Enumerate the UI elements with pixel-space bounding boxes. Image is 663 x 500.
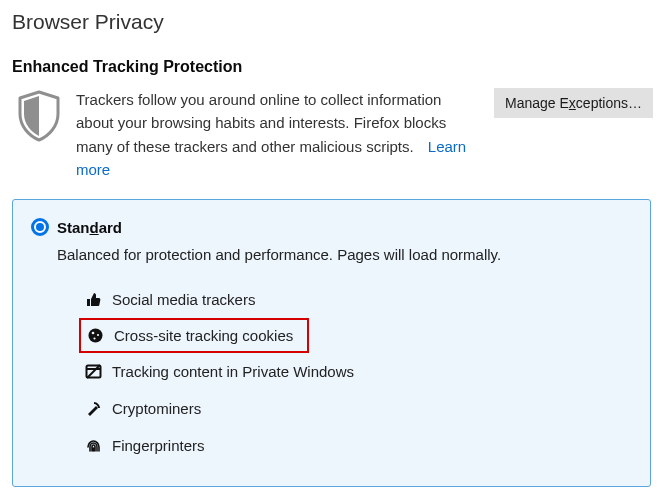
list-item-cross-site: Cross-site tracking cookies: [79, 318, 309, 353]
pickaxe-icon: [85, 400, 102, 417]
intro-text: Trackers follow you around online to col…: [76, 88, 480, 181]
list-item-label: Cross-site tracking cookies: [114, 327, 293, 344]
option-title: Standard: [57, 219, 122, 236]
list-item-social: Social media trackers: [79, 281, 632, 318]
option-title-accesskey: d: [90, 219, 99, 236]
protections-list: Social media trackers Cross-site trackin…: [79, 281, 632, 464]
list-item-label: Tracking content in Private Windows: [112, 363, 354, 380]
option-description: Balanced for protection and performance.…: [57, 246, 632, 263]
svg-point-2: [97, 334, 99, 336]
section-heading: Enhanced Tracking Protection: [12, 58, 653, 76]
svg-point-3: [93, 337, 95, 339]
manage-exceptions-pre: Manage E: [505, 95, 569, 111]
intro-row: Trackers follow you around online to col…: [10, 88, 653, 181]
list-item-fingerprinters: Fingerprinters: [79, 427, 632, 464]
svg-point-0: [89, 329, 103, 343]
list-item-private-windows: Tracking content in Private Windows: [79, 353, 632, 390]
standard-option-card: Standard Balanced for protection and per…: [12, 199, 651, 487]
shield-icon: [16, 90, 62, 145]
cookie-icon: [87, 327, 104, 344]
radio-selected-icon: [31, 218, 49, 236]
svg-point-1: [92, 332, 95, 335]
thumbs-icon: [85, 291, 102, 308]
option-title-post: ard: [99, 219, 122, 236]
intro-body: Trackers follow you around online to col…: [76, 91, 446, 155]
list-item-cryptominers: Cryptominers: [79, 390, 632, 427]
window-blocked-icon: [85, 363, 102, 380]
standard-radio-row[interactable]: Standard: [31, 218, 632, 236]
fingerprint-icon: [85, 437, 102, 454]
list-item-label: Cryptominers: [112, 400, 201, 417]
manage-exceptions-post: ceptions…: [576, 95, 642, 111]
list-item-label: Fingerprinters: [112, 437, 205, 454]
svg-line-6: [87, 365, 100, 378]
manage-exceptions-accesskey: x: [569, 95, 576, 111]
list-item-label: Social media trackers: [112, 291, 255, 308]
option-title-pre: Stan: [57, 219, 90, 236]
manage-exceptions-button[interactable]: Manage Exceptions…: [494, 88, 653, 118]
page-title: Browser Privacy: [12, 10, 653, 34]
